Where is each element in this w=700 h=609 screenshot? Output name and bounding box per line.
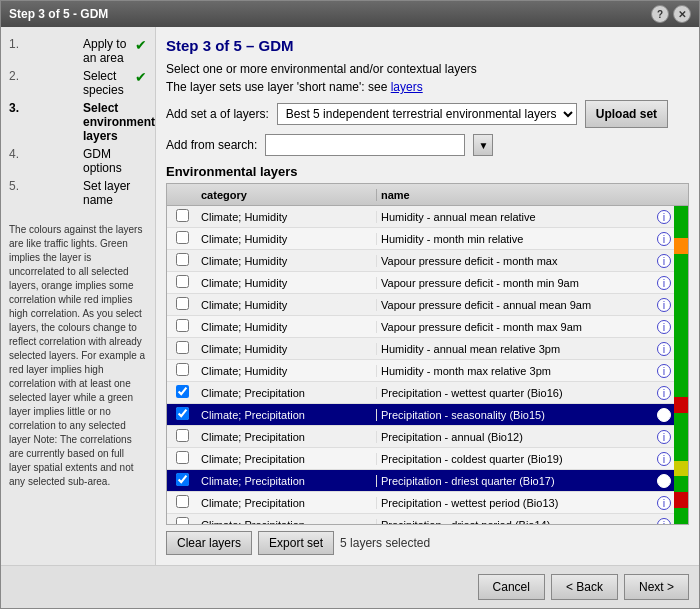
- table-row[interactable]: Climate; HumidityVapour pressure deficit…: [167, 250, 674, 272]
- sidebar-item-step3[interactable]: 3.Select environmental layers: [9, 99, 147, 145]
- color-bar-segment: [674, 270, 688, 286]
- step-number: 5.: [9, 179, 79, 193]
- clear-layers-button[interactable]: Clear layers: [166, 531, 252, 555]
- table-row[interactable]: Climate; HumidityHumidity - month max re…: [167, 360, 674, 382]
- row-checkbox[interactable]: [176, 363, 189, 376]
- info-icon[interactable]: i: [657, 364, 671, 378]
- row-checkbox-cell: [167, 297, 197, 313]
- table-row[interactable]: Climate; HumidityVapour pressure deficit…: [167, 294, 674, 316]
- color-bar: [674, 206, 688, 524]
- row-checkbox[interactable]: [176, 451, 189, 464]
- info-icon[interactable]: i: [657, 430, 671, 444]
- sidebar-item-step5[interactable]: 5.Set layer name: [9, 177, 147, 209]
- row-checkbox[interactable]: [176, 297, 189, 310]
- row-category: Climate; Humidity: [197, 277, 377, 289]
- back-button[interactable]: < Back: [551, 574, 618, 600]
- next-button[interactable]: Next >: [624, 574, 689, 600]
- info-icon[interactable]: i: [657, 276, 671, 290]
- row-checkbox[interactable]: [176, 429, 189, 442]
- step-check-icon: ✔: [135, 37, 147, 53]
- color-bar-segment: [674, 476, 688, 492]
- row-category: Climate; Precipitation: [197, 387, 377, 399]
- sidebar-item-step2[interactable]: 2.Select species✔: [9, 67, 147, 99]
- row-info-cell: i: [654, 364, 674, 378]
- help-button[interactable]: ?: [651, 5, 669, 23]
- layer-info-text: The layer sets use layer 'short name': s…: [166, 80, 387, 94]
- table-row[interactable]: Climate; HumidityHumidity - month min re…: [167, 228, 674, 250]
- search-dropdown-button[interactable]: ▼: [473, 134, 493, 156]
- step-check-icon: ✔: [135, 69, 147, 85]
- info-icon[interactable]: i: [657, 474, 671, 488]
- row-name: Precipitation - wettest period (Bio13): [377, 497, 654, 509]
- add-set-label: Add set a of layers:: [166, 107, 269, 121]
- title-bar-buttons: ? ✕: [651, 5, 691, 23]
- info-icon[interactable]: i: [657, 496, 671, 510]
- color-bar-segment: [674, 286, 688, 302]
- layer-set-dropdown[interactable]: Best 5 independent terrestrial environme…: [277, 103, 577, 125]
- table-row[interactable]: Climate; HumidityHumidity - annual mean …: [167, 206, 674, 228]
- info-icon[interactable]: i: [657, 320, 671, 334]
- search-input[interactable]: [265, 134, 465, 156]
- row-checkbox[interactable]: [176, 253, 189, 266]
- table-row[interactable]: Climate; PrecipitationPrecipitation - we…: [167, 492, 674, 514]
- table-row[interactable]: Climate; HumidityVapour pressure deficit…: [167, 272, 674, 294]
- row-checkbox-cell: [167, 275, 197, 291]
- info-icon[interactable]: i: [657, 298, 671, 312]
- layers-link[interactable]: layers: [391, 80, 423, 94]
- close-button[interactable]: ✕: [673, 5, 691, 23]
- info-icon[interactable]: i: [657, 342, 671, 356]
- layers-table: category name Climate; HumidityHumidity …: [166, 183, 689, 525]
- color-bar-segment: [674, 317, 688, 333]
- row-checkbox[interactable]: [176, 275, 189, 288]
- row-checkbox-cell: [167, 495, 197, 511]
- window-title: Step 3 of 5 - GDM: [9, 7, 108, 21]
- table-row[interactable]: Climate; PrecipitationPrecipitation - dr…: [167, 470, 674, 492]
- row-checkbox[interactable]: [176, 473, 189, 486]
- info-icon[interactable]: i: [657, 232, 671, 246]
- row-category: Climate; Humidity: [197, 299, 377, 311]
- info-icon[interactable]: i: [657, 210, 671, 224]
- row-checkbox[interactable]: [176, 407, 189, 420]
- row-info-cell: i: [654, 298, 674, 312]
- row-checkbox-cell: [167, 341, 197, 357]
- row-checkbox[interactable]: [176, 319, 189, 332]
- export-set-button[interactable]: Export set: [258, 531, 334, 555]
- row-category: Climate; Humidity: [197, 255, 377, 267]
- info-icon[interactable]: i: [657, 408, 671, 422]
- row-checkbox-cell: [167, 363, 197, 379]
- row-checkbox[interactable]: [176, 231, 189, 244]
- info-icon[interactable]: i: [657, 254, 671, 268]
- row-name: Precipitation - seasonality (Bio15): [377, 409, 654, 421]
- step-number: 4.: [9, 147, 79, 161]
- row-category: Climate; Precipitation: [197, 409, 377, 421]
- table-row[interactable]: Climate; HumidityHumidity - annual mean …: [167, 338, 674, 360]
- row-checkbox[interactable]: [176, 385, 189, 398]
- cancel-button[interactable]: Cancel: [478, 574, 545, 600]
- sidebar-item-step4[interactable]: 4.GDM options: [9, 145, 147, 177]
- table-row[interactable]: Climate; PrecipitationPrecipitation - we…: [167, 382, 674, 404]
- table-row[interactable]: Climate; HumidityVapour pressure deficit…: [167, 316, 674, 338]
- layer-info: The layer sets use layer 'short name': s…: [166, 80, 689, 94]
- info-icon[interactable]: i: [657, 518, 671, 525]
- table-row[interactable]: Climate; PrecipitationPrecipitation - se…: [167, 404, 674, 426]
- table-row[interactable]: Climate; PrecipitationPrecipitation - an…: [167, 426, 674, 448]
- row-checkbox[interactable]: [176, 495, 189, 508]
- instruction-text: Select one or more environmental and/or …: [166, 62, 689, 76]
- info-icon[interactable]: i: [657, 452, 671, 466]
- row-info-cell: i: [654, 518, 674, 525]
- row-checkbox[interactable]: [176, 341, 189, 354]
- upload-set-button[interactable]: Upload set: [585, 100, 668, 128]
- table-row[interactable]: Climate; PrecipitationPrecipitation - dr…: [167, 514, 674, 524]
- info-icon[interactable]: i: [657, 386, 671, 400]
- row-checkbox[interactable]: [176, 517, 189, 525]
- color-bar-segment: [674, 349, 688, 365]
- sidebar-item-step1[interactable]: 1.Apply to an area✔: [9, 35, 147, 67]
- add-set-row: Add set a of layers: Best 5 independent …: [166, 100, 689, 128]
- step-number: 2.: [9, 69, 79, 83]
- row-info-cell: i: [654, 232, 674, 246]
- row-checkbox[interactable]: [176, 209, 189, 222]
- table-row[interactable]: Climate; PrecipitationPrecipitation - co…: [167, 448, 674, 470]
- color-bar-segment: [674, 397, 688, 413]
- row-category: Climate; Precipitation: [197, 453, 377, 465]
- row-category: Climate; Precipitation: [197, 519, 377, 525]
